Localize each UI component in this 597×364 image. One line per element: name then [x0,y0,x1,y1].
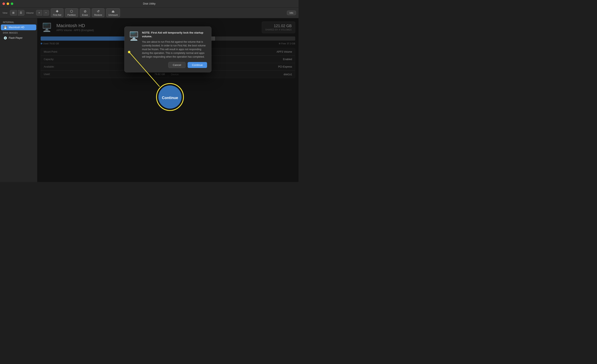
sidebar-item-flash-player[interactable]: 💿 Flash Player [1,35,36,41]
sidebar-disk-images-label: Disk Images [0,31,37,35]
window-title: Disk Utility [143,2,156,5]
minimize-button[interactable] [7,2,9,5]
unmount-button[interactable]: ⏏ Unmount [106,8,120,17]
continue-button[interactable]: Continue [188,62,207,68]
sidebar-internal-label: Internal [0,20,37,24]
window-controls[interactable] [2,2,13,5]
close-button[interactable] [2,2,5,5]
info-button[interactable]: Info [287,11,296,15]
modal-overlay: 🖥️ NOTE: First Aid will temporarily lock… [37,18,298,182]
content-area: 🖥️ Macintosh HD APFS Volume · APFS (Encr… [37,18,298,182]
volume-remove-button[interactable]: − [43,10,49,16]
volume-add-button[interactable]: + [36,10,42,16]
hard-drive-icon: 💾 [3,25,7,29]
modal-title: NOTE: First Aid will temporarily lock th… [142,31,207,38]
title-bar: Disk Utility [0,0,298,8]
modal-inner: 🖥️ NOTE: First Aid will temporarily lock… [129,31,207,68]
view-label: View [2,12,8,14]
erase-icon: ⊘ [84,9,86,13]
cancel-button[interactable]: Cancel [168,62,185,68]
sidebar: Internal 💾 Macintosh HD Disk Images 💿 Fl… [0,18,37,182]
volume-label: Volume [26,12,34,14]
main-layout: Internal 💾 Macintosh HD Disk Images 💿 Fl… [0,18,298,182]
first-aid-modal: 🖥️ NOTE: First Aid will temporarily lock… [124,26,212,72]
view-seg-right[interactable]: ☰ [18,10,24,16]
restore-button[interactable]: ↺ Restore [92,8,104,17]
view-seg-left[interactable]: ⊞ [10,10,17,16]
toolbar: View ⊞ ☰ Volume + − ✚ First Aid ⬡ Partit… [0,8,298,18]
first-aid-button[interactable]: ✚ First Aid [51,8,64,17]
flash-player-icon: 💿 [3,36,7,40]
view-segment: ⊞ ☰ [10,10,24,16]
partition-button[interactable]: ⬡ Partition [65,8,78,17]
maximize-button[interactable] [11,2,13,5]
partition-icon: ⬡ [70,9,73,13]
restore-icon: ↺ [97,9,100,13]
unmount-icon: ⏏ [111,9,115,13]
modal-actions: Cancel Continue [142,62,207,68]
volume-segment: + − [36,10,49,16]
modal-content: NOTE: First Aid will temporarily lock th… [142,31,207,68]
sidebar-item-macintosh-hd[interactable]: 💾 Macintosh HD [1,24,36,30]
sidebar-item-label-flash: Flash Player [9,37,23,40]
first-aid-icon: ✚ [56,9,58,13]
sidebar-item-label-macintosh: Macintosh HD [9,26,24,29]
modal-body: You are about to run First Aid against t… [142,40,207,59]
modal-disk-icon: 🖥️ [129,31,139,68]
erase-button[interactable]: ⊘ Erase [80,8,90,17]
